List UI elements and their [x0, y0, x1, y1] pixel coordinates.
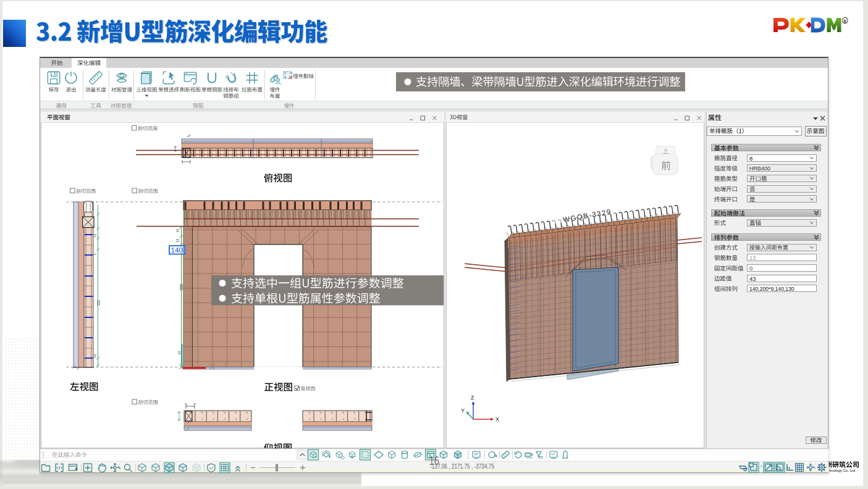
svg-text:HRB400: HRB400	[749, 165, 770, 172]
svg-text:hnology Co.,Ltd: hnology Co.,Ltd	[829, 469, 855, 472]
svg-text:Z: Z	[471, 395, 474, 401]
svg-text:8: 8	[749, 155, 752, 162]
svg-text:140: 140	[171, 246, 183, 254]
svg-text:-137.06 , 2171.75 , -3734.75: -137.06 , 2171.75 , -3734.75	[430, 462, 494, 470]
svg-text:13: 13	[749, 254, 756, 261]
svg-text:Y: Y	[461, 408, 465, 414]
svg-text:16: 16	[429, 454, 440, 467]
svg-text:43: 43	[749, 275, 756, 282]
svg-text:X: X	[495, 416, 499, 422]
svg-text:R: R	[844, 19, 847, 23]
svg-text:140,200*9,140,130: 140,200*9,140,130	[749, 286, 794, 292]
svg-text:0: 0	[749, 265, 752, 272]
svg-text:STEP: STEP	[526, 453, 533, 456]
